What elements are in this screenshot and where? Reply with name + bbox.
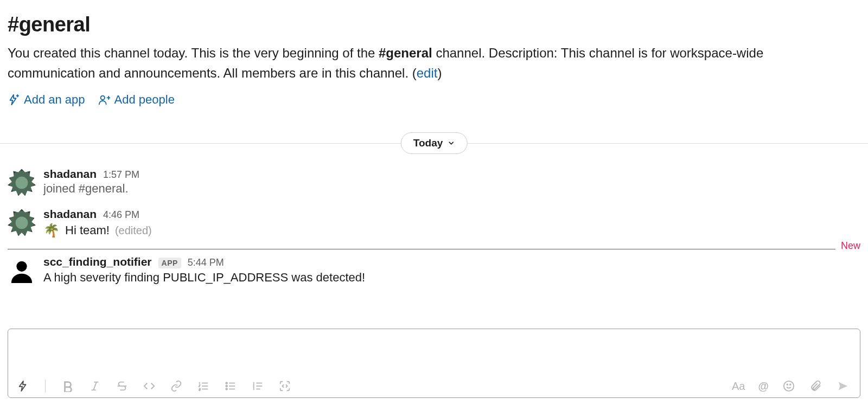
attach-button[interactable] — [809, 379, 823, 393]
code-button[interactable] — [142, 379, 156, 393]
blockquote-button[interactable] — [251, 379, 265, 393]
date-pill[interactable]: Today — [401, 132, 468, 154]
new-divider-line — [8, 249, 860, 249]
chevron-down-icon — [447, 139, 455, 147]
emoji-button[interactable] — [782, 379, 796, 393]
link-icon — [170, 380, 182, 392]
person-icon — [9, 258, 34, 283]
add-people-label: Add people — [114, 93, 175, 107]
format-toggle-button[interactable]: Aa — [732, 380, 745, 393]
add-app-button[interactable]: Add an app — [8, 93, 85, 107]
ordered-list-button[interactable] — [196, 379, 210, 393]
message-username[interactable]: shadanan — [43, 168, 97, 181]
composer-toolbar: Aa @ — [8, 376, 860, 397]
paperclip-icon — [810, 380, 822, 392]
channel-actions: Add an app Add people — [8, 93, 860, 107]
shortcuts-button[interactable] — [16, 379, 30, 393]
new-divider-label: New — [835, 240, 860, 252]
svg-line-8 — [93, 382, 97, 390]
new-divider: New — [8, 246, 860, 252]
message-timestamp[interactable]: 1:57 PM — [103, 169, 139, 181]
channel-desc-text3: ) — [437, 66, 442, 80]
message-username[interactable]: shadanan — [43, 208, 97, 221]
message-username[interactable]: scc_finding_notifier — [43, 255, 152, 268]
code-block-icon — [279, 380, 291, 392]
svg-point-25 — [790, 384, 791, 385]
blockquote-icon — [252, 380, 264, 392]
edited-label: (edited) — [115, 224, 152, 237]
add-app-label: Add an app — [24, 93, 85, 107]
person-plus-icon — [98, 94, 110, 106]
palm-emoji-icon: 🌴 — [43, 223, 60, 238]
code-block-button[interactable] — [278, 379, 292, 393]
svg-point-23 — [784, 381, 794, 391]
channel-title: #general — [8, 13, 860, 36]
toolbar-divider — [45, 380, 46, 393]
link-button[interactable] — [169, 379, 183, 393]
app-badge: APP — [158, 258, 181, 268]
message-text: joined #general. — [43, 182, 860, 196]
message-timestamp[interactable]: 4:46 PM — [103, 209, 139, 221]
bulleted-list-button[interactable] — [224, 379, 238, 393]
avatar[interactable] — [8, 169, 36, 197]
svg-point-18 — [226, 388, 227, 390]
message-timestamp[interactable]: 5:44 PM — [188, 257, 224, 268]
channel-description: You created this channel today. This is … — [8, 43, 832, 83]
lightning-icon — [17, 380, 29, 392]
svg-point-24 — [787, 384, 788, 385]
avatar[interactable] — [8, 209, 36, 237]
smile-icon — [783, 380, 795, 392]
avatar[interactable] — [8, 256, 36, 285]
code-icon — [143, 380, 155, 392]
edit-description-link[interactable]: edit — [417, 66, 438, 80]
message-text: Hi team! — [65, 223, 110, 237]
send-button[interactable] — [836, 379, 850, 393]
bulleted-list-icon — [225, 380, 237, 392]
strikethrough-icon — [116, 380, 128, 392]
bold-icon — [62, 380, 74, 392]
bold-button[interactable] — [61, 379, 75, 393]
channel-desc-name: #general — [379, 46, 432, 60]
lightning-plus-icon — [8, 94, 20, 106]
date-divider: Today — [0, 130, 868, 157]
svg-point-16 — [226, 382, 227, 384]
strikethrough-button[interactable] — [115, 379, 129, 393]
message-input[interactable] — [8, 329, 860, 376]
mention-button[interactable]: @ — [758, 380, 769, 393]
date-pill-label: Today — [413, 137, 443, 149]
send-icon — [837, 380, 849, 392]
numbered-list-icon — [197, 380, 209, 392]
add-people-button[interactable]: Add people — [98, 93, 175, 107]
message-text: A high severity finding PUBLIC_IP_ADDRES… — [43, 271, 365, 285]
message-row: shadanan 1:57 PM joined #general. — [8, 164, 860, 204]
message-row: shadanan 4:46 PM 🌴 Hi team! (edited) — [8, 204, 860, 246]
svg-point-5 — [16, 261, 27, 272]
italic-icon — [89, 380, 101, 392]
svg-point-2 — [100, 96, 104, 100]
italic-button[interactable] — [88, 379, 102, 393]
channel-desc-text: You created this channel today. This is … — [8, 46, 379, 60]
svg-point-17 — [226, 386, 227, 387]
message-composer: Aa @ — [8, 329, 860, 398]
message-row: scc_finding_notifier APP 5:44 PM A high … — [8, 252, 860, 292]
